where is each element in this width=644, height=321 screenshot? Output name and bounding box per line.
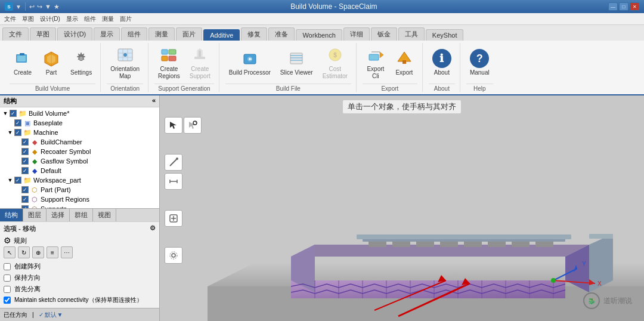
export-button[interactable]: Export	[391, 47, 417, 78]
maintain-connectivity-checkbox[interactable]	[4, 297, 11, 304]
tab-sketch[interactable]: 草图	[30, 27, 56, 41]
support-gen-label: Support Generation	[154, 84, 214, 92]
tree-item-supports[interactable]: ✓ ⬡ Supports	[0, 204, 159, 208]
create-icon	[13, 49, 32, 68]
orientation-map-label: OrientationMap	[110, 66, 140, 80]
expand-icon[interactable]	[14, 196, 20, 202]
struct-tab-groups[interactable]: 群组	[70, 209, 93, 221]
snap-icon-btn[interactable]: ⊕	[32, 246, 44, 258]
menu-file[interactable]: 文件	[2, 14, 18, 24]
expand-icon[interactable]	[14, 187, 20, 193]
viewport[interactable]: 单击一个对象，使手柄与其对齐	[160, 95, 644, 321]
rule-label: 规则	[14, 236, 27, 245]
menu-sketch[interactable]: 草图	[20, 14, 36, 24]
ribbon-group-build-file: Build Processor Slice Viewer	[221, 43, 357, 92]
tab-workbench[interactable]: Workbench	[296, 29, 342, 41]
tree-checkbox[interactable]: ✓	[21, 186, 29, 193]
about-button[interactable]: ℹ About	[429, 47, 455, 78]
svg-text:X: X	[597, 280, 602, 287]
menu-facets[interactable]: 面片	[118, 14, 134, 24]
expand-icon[interactable]: ▼	[2, 110, 8, 116]
tree-item-default[interactable]: ✓ ◆ Default	[0, 166, 159, 175]
tree-checkbox[interactable]: ✓	[21, 196, 29, 203]
svg-rect-15	[169, 50, 176, 54]
folder-icon: 📁	[18, 109, 27, 118]
tab-file[interactable]: 文件	[2, 27, 29, 41]
tab-keyshot[interactable]: KeyShot	[426, 29, 464, 41]
tree-text: Gasflow Symbol	[41, 158, 88, 165]
tree-checkbox[interactable]: ✓	[21, 158, 29, 165]
tree-item-buildchamber[interactable]: ✓ ◆ BuildChamber	[0, 137, 159, 147]
tab-detail[interactable]: 详细	[343, 27, 370, 41]
cost-estimator-button[interactable]: $ CostEstimator	[319, 44, 351, 82]
submit-btn[interactable]: ✓ 默认▼	[39, 311, 63, 319]
struct-tab-structure[interactable]: 结构	[0, 209, 23, 221]
menu-design[interactable]: 设计(D)	[38, 14, 62, 24]
export-cli-button[interactable]: ExportCli	[363, 44, 389, 82]
svg-rect-77	[589, 234, 613, 239]
tree-item-baseplate[interactable]: ✓ ▣ Baseplate	[0, 118, 159, 128]
manual-button[interactable]: ? Manual	[466, 47, 493, 78]
create-support-button[interactable]: CreateSupport	[186, 44, 214, 82]
collapse-button[interactable]: «	[152, 97, 156, 106]
menu-display[interactable]: 显示	[64, 14, 80, 24]
folder-icon: 📁	[23, 176, 32, 184]
tree-item-workspace-part[interactable]: ▼ ✓ 📁 Workspace_part	[0, 175, 159, 185]
tree-checkbox[interactable]: ✓	[14, 129, 21, 136]
struct-tab-select[interactable]: 选择	[47, 209, 70, 221]
extra-icon-btn[interactable]: ⋯	[61, 246, 73, 258]
tree-checkbox[interactable]: ✓	[21, 138, 29, 146]
build-processor-button[interactable]: Build Processor	[225, 47, 274, 78]
slice-viewer-icon	[287, 49, 306, 68]
tree-item-gasflow[interactable]: ✓ ◆ Gasflow Symbol	[0, 156, 159, 166]
expand-icon[interactable]: ▼	[7, 129, 13, 135]
buildchamber-icon: ◆	[30, 138, 39, 146]
tree-item-recoater[interactable]: ✓ ◆ Recoater Symbol	[0, 147, 159, 156]
tab-sheetmetal[interactable]: 钣金	[371, 27, 397, 41]
tree-checkbox[interactable]: ✓	[14, 119, 21, 126]
tree-checkbox[interactable]: ✓	[14, 177, 21, 184]
tab-display[interactable]: 显示	[94, 27, 120, 41]
expand-icon[interactable]	[14, 158, 20, 164]
tree-item-machine[interactable]: ▼ ✓ 📁 Machine	[0, 128, 159, 137]
expand-icon[interactable]	[7, 120, 13, 126]
expand-icon[interactable]	[14, 168, 20, 174]
tab-prepare[interactable]: 准备	[268, 27, 295, 41]
rotate-icon-btn[interactable]: ↻	[18, 246, 30, 258]
settings-button[interactable]: Settings	[67, 47, 95, 78]
menu-component[interactable]: 组件	[82, 14, 98, 24]
expand-icon[interactable]	[14, 139, 20, 145]
orientation-map-button[interactable]: OrientationMap	[107, 44, 143, 82]
minimize-button[interactable]: —	[608, 2, 618, 11]
tab-component[interactable]: 组件	[121, 27, 147, 41]
close-button[interactable]: ✕	[630, 2, 639, 11]
struct-tab-layers[interactable]: 图层	[23, 209, 47, 221]
tab-measure[interactable]: 测量	[148, 27, 175, 41]
expand-icon[interactable]: ▼	[7, 177, 13, 183]
create-array-checkbox[interactable]	[4, 263, 11, 270]
tab-facets[interactable]: 面片	[176, 27, 202, 41]
expand-icon[interactable]	[14, 149, 20, 155]
tab-tools[interactable]: 工具	[398, 27, 425, 41]
tab-additive[interactable]: Additive	[203, 29, 240, 41]
maximize-button[interactable]: □	[619, 2, 628, 11]
menu-measure[interactable]: 测量	[100, 14, 116, 24]
tree-checkbox[interactable]: ✓	[10, 110, 17, 117]
separate-first-checkbox[interactable]	[4, 286, 11, 293]
tree-item-build-volume[interactable]: ▼ ✓ 📁 Build Volume*	[0, 109, 159, 118]
create-regions-button[interactable]: CreateRegions	[154, 44, 184, 82]
create-button[interactable]: Create	[10, 47, 36, 78]
struct-tab-views[interactable]: 视图	[93, 209, 116, 221]
tab-design[interactable]: 设计(D)	[57, 27, 92, 41]
align-icon-btn[interactable]: ≡	[47, 246, 58, 258]
move-icon-btn[interactable]: ↖	[4, 246, 16, 258]
tree-item-part[interactable]: ✓ ⬡ Part (Part)	[0, 185, 159, 195]
tree-checkbox[interactable]: ✓	[21, 167, 29, 174]
options-gear-icon[interactable]: ⚙	[150, 224, 156, 233]
tab-repair[interactable]: 修复	[241, 27, 267, 41]
tree-item-support-regions[interactable]: ✓ ⬡ Support Regions	[0, 195, 159, 204]
slice-viewer-button[interactable]: Slice Viewer	[277, 47, 317, 78]
tree-checkbox[interactable]: ✓	[21, 148, 29, 155]
keep-orientation-checkbox[interactable]	[4, 274, 11, 282]
part-button[interactable]: Part	[38, 47, 64, 78]
